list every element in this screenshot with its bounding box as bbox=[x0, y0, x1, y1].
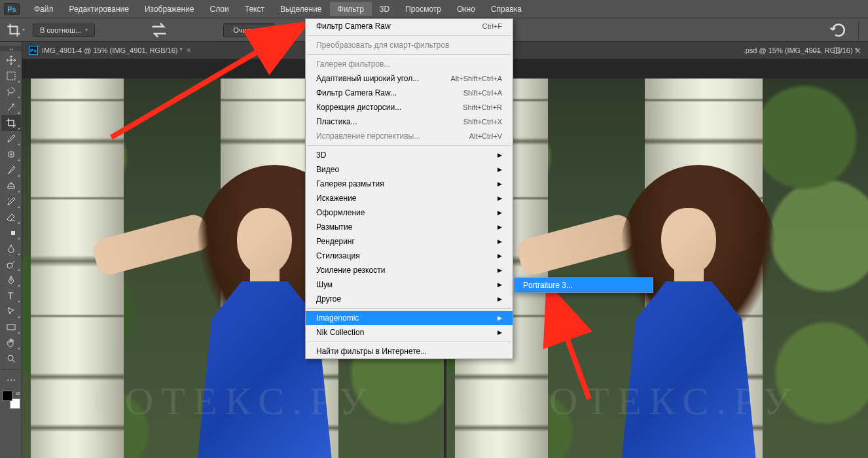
svg-line-9 bbox=[111, 26, 301, 137]
submenu-item[interactable]: Portraiture 3... bbox=[514, 278, 653, 292]
eraser-tool[interactable] bbox=[1, 209, 21, 225]
submenu-arrow-icon: ▶ bbox=[497, 209, 502, 216]
menu-справка[interactable]: Справка bbox=[483, 2, 530, 16]
menu-редактирование[interactable]: Редактирование bbox=[62, 2, 137, 16]
tools-panel: ◂◂ T ⋯ ⇄ bbox=[0, 42, 22, 458]
dodge-tool[interactable] bbox=[1, 256, 21, 272]
svg-point-8 bbox=[8, 355, 13, 361]
watermark-text: КОТЕКС.РУ bbox=[64, 379, 401, 424]
filter-menu-item[interactable]: Найти фильтры в Интернете... bbox=[306, 344, 513, 359]
brush-tool[interactable] bbox=[1, 162, 21, 178]
lasso-tool[interactable] bbox=[1, 84, 21, 99]
submenu-arrow-icon: ▶ bbox=[497, 238, 502, 245]
path-selection-tool[interactable] bbox=[1, 304, 21, 319]
filter-menu-item: Исправление перспективы...Alt+Ctrl+V bbox=[306, 129, 513, 143]
submenu-arrow-icon: ▶ bbox=[497, 253, 502, 259]
crop-tool-icon: ▾ bbox=[7, 21, 25, 39]
submenu-arrow-icon: ▶ bbox=[497, 329, 502, 336]
submenu-arrow-icon: ▶ bbox=[497, 224, 502, 230]
menu-separator bbox=[307, 54, 511, 55]
filter-menu-item[interactable]: Видео▶ bbox=[306, 162, 513, 177]
imagenomic-submenu: Portraiture 3... bbox=[513, 277, 653, 293]
panel-grip[interactable]: ◂◂ bbox=[0, 46, 22, 51]
application-menubar: Ps ФайлРедактированиеИзображениеСлоиТекс… bbox=[0, 0, 868, 18]
menu-текст[interactable]: Текст bbox=[237, 2, 272, 16]
filter-menu-item: Галерея фильтров... bbox=[306, 57, 513, 71]
submenu-arrow-icon: ▶ bbox=[497, 315, 502, 321]
filter-menu-item[interactable]: 3D▶ bbox=[306, 148, 513, 162]
close-window-icon[interactable]: ✕ bbox=[854, 46, 861, 56]
menu-фильтр[interactable]: Фильтр bbox=[330, 2, 372, 16]
filter-menu-item[interactable]: Фильтр Camera RawCtrl+F bbox=[306, 19, 513, 33]
menu-separator bbox=[307, 308, 511, 309]
filter-menu-item[interactable]: Усиление резкости▶ bbox=[306, 263, 513, 277]
marquee-tool[interactable] bbox=[1, 68, 21, 84]
filter-menu-item: Преобразовать для смарт-фильтров bbox=[306, 38, 513, 52]
annotation-arrow bbox=[537, 288, 615, 408]
magic-wand-tool[interactable] bbox=[1, 99, 21, 115]
gradient-tool[interactable] bbox=[1, 225, 21, 241]
menu-окно[interactable]: Окно bbox=[449, 2, 483, 16]
submenu-arrow-icon: ▶ bbox=[497, 195, 502, 202]
annotation-arrow bbox=[105, 26, 314, 147]
crop-tool[interactable] bbox=[1, 115, 21, 131]
menu-separator bbox=[307, 145, 511, 146]
aspect-ratio-label: В соотнош... bbox=[40, 26, 81, 34]
clone-stamp-tool[interactable] bbox=[1, 178, 21, 194]
svg-text:T: T bbox=[8, 291, 14, 301]
pen-tool[interactable] bbox=[1, 272, 21, 288]
blur-tool[interactable] bbox=[1, 241, 21, 256]
zoom-tool[interactable] bbox=[1, 351, 21, 366]
menu-слои[interactable]: Слои bbox=[202, 2, 237, 16]
foreground-background-colors[interactable]: ⇄ bbox=[2, 391, 20, 409]
filter-menu-item[interactable]: Шум▶ bbox=[306, 277, 513, 292]
submenu-arrow-icon: ▶ bbox=[497, 267, 502, 273]
submenu-arrow-icon: ▶ bbox=[497, 296, 502, 302]
eyedropper-tool[interactable] bbox=[1, 131, 21, 147]
filter-menu-item[interactable]: Стилизация▶ bbox=[306, 249, 513, 263]
filter-menu-item[interactable]: Адаптивный широкий угол...Alt+Shift+Ctrl… bbox=[306, 71, 513, 86]
rectangle-tool[interactable] bbox=[1, 319, 21, 335]
minimize-icon[interactable]: — bbox=[812, 46, 820, 56]
type-tool[interactable]: T bbox=[1, 288, 21, 304]
edit-toolbar[interactable]: ⋯ bbox=[1, 372, 21, 388]
filter-menu-item[interactable]: Искажение▶ bbox=[306, 191, 513, 205]
undo-history-icon[interactable] bbox=[829, 21, 848, 39]
menu-файл[interactable]: Файл bbox=[26, 2, 62, 16]
svg-point-5 bbox=[7, 263, 12, 268]
filter-menu-item[interactable]: Рендеринг▶ bbox=[306, 234, 513, 249]
submenu-arrow-icon: ▶ bbox=[497, 181, 502, 187]
menu-изображение[interactable]: Изображение bbox=[137, 2, 202, 16]
svg-rect-1 bbox=[7, 72, 15, 80]
filter-menu-item[interactable]: Коррекция дисторсии...Shift+Ctrl+R bbox=[306, 100, 513, 114]
filter-menu-item[interactable]: Оформление▶ bbox=[306, 205, 513, 220]
menu-просмотр[interactable]: Просмотр bbox=[397, 2, 449, 16]
healing-brush-tool[interactable] bbox=[1, 147, 21, 162]
submenu-arrow-icon: ▶ bbox=[497, 152, 502, 158]
filter-menu-item[interactable]: Фильтр Camera Raw...Shift+Ctrl+A bbox=[306, 86, 513, 100]
maximize-icon[interactable]: ☐ bbox=[833, 46, 841, 56]
filter-menu-item[interactable]: Другое▶ bbox=[306, 292, 513, 306]
submenu-arrow-icon: ▶ bbox=[497, 281, 502, 288]
menu-3d[interactable]: 3D bbox=[372, 2, 397, 16]
hand-tool[interactable] bbox=[1, 335, 21, 351]
menu-выделение[interactable]: Выделение bbox=[272, 2, 330, 16]
history-brush-tool[interactable] bbox=[1, 194, 21, 209]
move-tool[interactable] bbox=[1, 52, 21, 68]
svg-line-10 bbox=[550, 291, 589, 399]
psd-file-icon: Ps bbox=[29, 46, 38, 55]
filter-menu-item[interactable]: Пластика...Shift+Ctrl+X bbox=[306, 114, 513, 129]
menu-separator bbox=[307, 35, 511, 36]
menu-separator bbox=[307, 342, 511, 342]
filter-menu-item[interactable]: Nik Collection▶ bbox=[306, 325, 513, 340]
svg-rect-4 bbox=[7, 231, 11, 235]
filter-menu-item[interactable]: Галерея размытия▶ bbox=[306, 177, 513, 191]
filter-menu-item[interactable]: Размытие▶ bbox=[306, 220, 513, 234]
filter-menu-item[interactable]: Imagenomic▶ bbox=[306, 311, 513, 325]
filter-menu-dropdown: Фильтр Camera RawCtrl+FПреобразовать для… bbox=[305, 18, 513, 359]
photoshop-logo: Ps bbox=[4, 3, 20, 15]
submenu-arrow-icon: ▶ bbox=[497, 166, 502, 173]
aspect-ratio-dropdown[interactable]: В соотнош... ▾ bbox=[33, 24, 95, 37]
svg-rect-7 bbox=[7, 325, 15, 330]
